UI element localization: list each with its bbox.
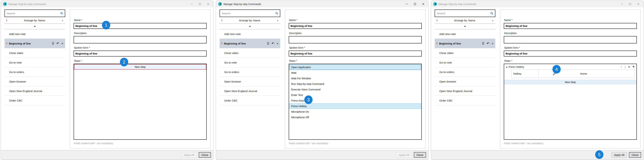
list-item[interactable]: Go to orders [4,67,65,77]
description-label: Description [289,32,422,35]
list-item[interactable]: Close video [220,48,280,58]
arrange-by-header[interactable]: ! Arrange by: Name ▲ [220,17,280,24]
step-type-option-highlighted[interactable]: Press Hotkey [289,103,421,109]
move-down-icon[interactable]: ↓ [624,65,626,68]
close-button[interactable]: Close [199,152,211,158]
minimize-button[interactable] [402,1,411,7]
new-step-button[interactable]: New Step [504,80,636,84]
search-input[interactable]: Search [435,9,495,17]
list-item[interactable]: Open New England Journal [4,86,65,96]
move-up-icon[interactable]: ↑ [621,65,622,68]
step-type-option-selected[interactable]: Open Application [289,64,421,70]
list-item[interactable]: Open browser [4,77,65,86]
delete-icon[interactable]: × [276,42,278,45]
add-command-button[interactable]: + [4,24,65,29]
callout-badge-1: 1 [102,21,110,29]
description-field[interactable] [289,36,422,43]
search-input[interactable]: Search [220,9,280,17]
steps-label: Steps * [74,59,207,62]
maximize-button[interactable] [411,1,419,7]
spoken-form-field[interactable]: Beginning of line [289,51,422,56]
callout-badge-2: 2 [120,58,128,66]
description-field[interactable] [504,36,637,43]
minimize-button[interactable] [618,1,626,7]
remove-step-icon[interactable]: × [628,65,630,68]
apply-all-button[interactable]: Apply All [396,152,412,158]
search-placeholder: Search [7,12,60,15]
dialog-footer: Apply All Close [1,150,213,160]
new-step-button[interactable]: New Step [74,64,206,70]
titlebar[interactable]: Manage Step-by-step Commands [216,1,428,7]
list-item-selected[interactable]: ! Beginning of line ↶ × [435,39,495,48]
apply-all-button[interactable]: Apply All [612,152,627,158]
list-item[interactable]: Open New England Journal [220,86,280,96]
step-type-option[interactable]: Microphone On [289,109,421,114]
callout-badge-5: 5 [595,150,604,159]
step-type-option[interactable]: Wait [289,70,421,76]
list-item[interactable]: Add new note [4,29,65,39]
name-field[interactable]: Beginning of line [74,23,207,29]
copy-icon[interactable] [51,42,54,45]
titlebar[interactable]: Manage Step-by-step Commands [431,1,644,7]
description-field[interactable] [74,36,207,43]
list-item[interactable]: Order CBC [435,96,495,105]
command-sidebar: Search ! Arrange by: Name ▲ + Add new no… [435,9,495,150]
minimize-button[interactable] [188,1,196,7]
delete-icon[interactable]: × [62,42,64,45]
step-type-option[interactable]: Execute Voice Command [289,87,421,92]
return-icon[interactable]: ↰ [632,65,635,68]
list-item[interactable]: Go to orders [220,67,280,77]
list-item[interactable]: Open browser [435,77,495,86]
spoken-form-field[interactable]: Beginning of line [74,51,207,56]
add-command-button[interactable]: + [435,24,495,29]
selected-command-name: Beginning of line [9,42,50,45]
window-step3: Manage Step-by-step Commands Search ! Ar… [431,0,644,160]
apply-all-button[interactable]: Apply All [181,152,197,158]
list-item-selected[interactable]: ! Beginning of line ↶ × [220,39,280,48]
list-item[interactable]: Go to note [220,58,280,67]
step-type-option[interactable]: Run Step-by-step Command [289,81,421,87]
steps-list: New Step [74,64,207,140]
list-item[interactable]: Order CBC [220,96,280,105]
titlebar[interactable]: Manage Step-by-step Commands [1,1,213,7]
spoken-form-field[interactable]: Beginning of line [504,51,637,56]
list-item[interactable]: Close video [435,48,495,58]
step-title: Press Hotkey [509,65,524,68]
maximize-button[interactable] [196,1,204,7]
undo-icon[interactable]: ↶ [487,42,489,45]
list-item[interactable]: Go to note [435,58,495,67]
row-actions: ↶ × [266,42,278,45]
delete-icon[interactable]: × [492,42,494,45]
list-item[interactable]: Order CBC [4,96,65,105]
arrange-by-header[interactable]: ! Arrange by: Name ▲ [435,17,495,24]
list-item[interactable]: Go to note [4,58,65,67]
list-item[interactable]: Add new note [435,29,495,39]
copy-icon[interactable] [482,42,484,45]
step-type-option[interactable]: Microphone Off [289,114,421,120]
step-actions: ↑ ↓ × ↰ [621,65,635,68]
close-window-button[interactable] [204,1,212,7]
close-window-button[interactable] [419,1,427,7]
list-item[interactable]: Go to orders [435,67,495,77]
list-item[interactable]: Add new note [220,29,280,39]
undo-icon[interactable]: ↶ [56,42,59,45]
list-item-selected[interactable]: ! Beginning of line ↶ × [4,39,65,48]
name-field[interactable]: Beginning of line [289,23,422,29]
close-window-button[interactable] [634,1,642,7]
list-item[interactable]: Open browser [220,77,280,86]
name-field[interactable]: Beginning of line [504,23,637,29]
close-button[interactable]: Close [629,152,641,158]
search-input[interactable]: Search [4,9,65,17]
expander-icon[interactable]: ◢ [506,66,507,68]
search-icon [490,12,493,15]
arrange-by-header[interactable]: ! Arrange by: Name ▲ [4,17,65,24]
list-item[interactable]: Open New England Journal [435,86,495,96]
close-button[interactable]: Close [414,152,426,158]
list-item[interactable]: Close video [4,48,65,58]
step-type-option[interactable]: Wait For Window [289,76,421,81]
copy-icon[interactable] [266,42,269,45]
maximize-button[interactable] [626,1,634,7]
add-command-button[interactable]: + [220,24,280,29]
undo-icon[interactable]: ↶ [272,42,274,45]
step-item-header[interactable]: ◢ Press Hotkey ↑ ↓ × ↰ [504,64,636,70]
